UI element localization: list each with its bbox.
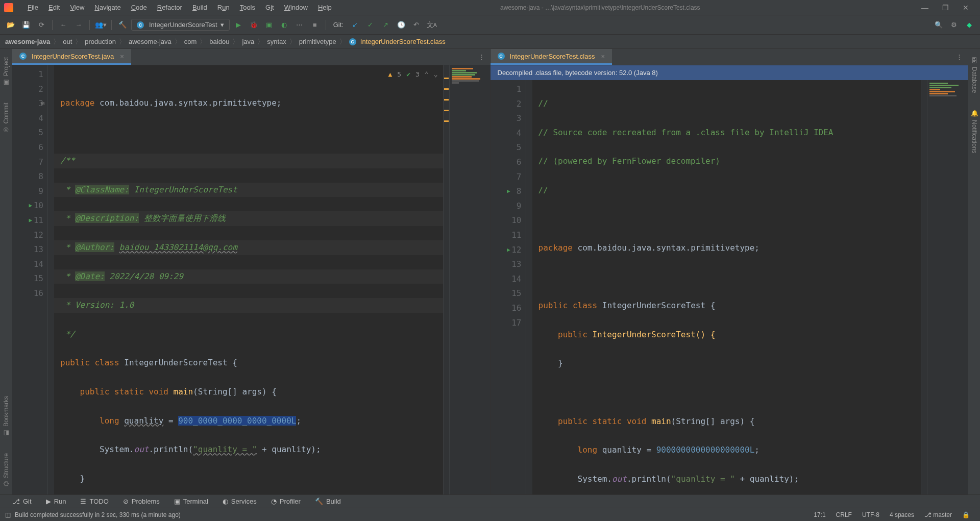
push-icon[interactable]: ↗ (379, 18, 393, 32)
error-stripe[interactable] (921, 80, 927, 494)
menu-file[interactable]: File (22, 4, 43, 11)
git-tool-button[interactable]: ⎇Git (5, 498, 39, 505)
breadcrumb-item[interactable]: baidou (209, 38, 229, 45)
breadcrumb-item[interactable]: java (242, 38, 254, 45)
file-encoding[interactable]: UTF-8 (857, 511, 885, 518)
menu-window[interactable]: Window (279, 4, 313, 11)
bottom-tool-stripe: ⎇Git ▶Run ☰TODO ⊘Problems ▣Terminal ◐Ser… (0, 494, 980, 508)
indent-setting[interactable]: 4 spaces (885, 511, 919, 518)
menu-code[interactable]: Code (126, 4, 152, 11)
breadcrumb-item[interactable]: out (63, 38, 72, 45)
chevron-up-icon[interactable]: ⌃ (425, 67, 429, 82)
breadcrumb-item-active[interactable]: IntegerUnderScoreTest.class (360, 38, 446, 45)
build-tool-button[interactable]: 🔨Build (308, 498, 348, 505)
project-tool-button[interactable]: ▣Project (2, 49, 11, 94)
tab-more-icon[interactable]: ⋮ (951, 53, 968, 61)
menu-tools[interactable]: Tools (235, 4, 260, 11)
run-gutter-icon[interactable]: ▶ (507, 184, 510, 199)
sync-icon[interactable]: ⟳ (35, 18, 48, 32)
minimap[interactable] (927, 80, 968, 494)
breadcrumb-item[interactable]: syntax (267, 38, 286, 45)
menu-build[interactable]: Build (187, 4, 212, 11)
error-stripe[interactable] (443, 65, 449, 494)
problems-tool-button[interactable]: ⊘Problems (116, 498, 167, 505)
tab-class-file[interactable]: C IntegerUnderScoreTest.class × (491, 49, 612, 65)
notifications-tool-button[interactable]: 🔔Notifications (970, 101, 979, 161)
menu-navigate[interactable]: Navigate (89, 4, 126, 11)
menu-view[interactable]: View (65, 4, 89, 11)
forward-icon[interactable]: → (72, 18, 85, 32)
tab-more-icon[interactable]: ⋮ (473, 53, 490, 61)
bookmarks-tool-button[interactable]: ◧Bookmarks (2, 388, 11, 445)
profile-icon[interactable]: ◐ (278, 18, 291, 32)
close-button[interactable]: ✕ (955, 4, 976, 12)
source-editor[interactable]: 123 ⊟456789 10 ▶ 11 ▶ 1213141516 ▲5 ✔3 ⌃… (12, 65, 490, 494)
line-gutter[interactable]: 1234567 8 ▶ 91011 12 ▶ 1314151617 (491, 80, 526, 494)
translate-icon[interactable]: 文A (425, 18, 438, 32)
line-separator[interactable]: CRLF (831, 511, 857, 518)
debug-icon[interactable]: 🐞 (247, 18, 260, 32)
menu-refactor[interactable]: Refactor (152, 4, 187, 11)
close-tab-icon[interactable]: × (120, 53, 124, 60)
todo-tool-button[interactable]: ☰TODO (73, 498, 115, 505)
line-gutter[interactable]: 123 ⊟456789 10 ▶ 11 ▶ 1213141516 (12, 65, 48, 494)
search-icon[interactable]: 🔍 (932, 18, 945, 32)
warning-icon: ⊘ (123, 498, 129, 505)
caret-position[interactable]: 17:1 (808, 511, 830, 518)
save-all-icon[interactable]: 💾 (19, 18, 33, 32)
commit-tool-button[interactable]: ◎Commit (2, 94, 11, 142)
run-tool-button[interactable]: ▶Run (39, 498, 74, 505)
profiler-icon: ◔ (271, 498, 277, 505)
structure-tool-button[interactable]: ⌬Structure (2, 445, 11, 494)
java-class-icon: C (19, 53, 27, 60)
close-tab-icon[interactable]: × (601, 53, 605, 60)
breadcrumb-item[interactable]: awesome-java (5, 38, 50, 45)
java-class-icon: C (498, 53, 505, 60)
coverage-icon[interactable]: ▣ (262, 18, 276, 32)
maximize-button[interactable]: ❐ (935, 4, 955, 12)
history-icon[interactable]: 🕓 (395, 18, 408, 32)
services-icon: ◐ (223, 498, 228, 505)
stop-icon[interactable]: ■ (308, 18, 322, 32)
tool-window-icon[interactable]: ◫ (5, 511, 11, 518)
back-icon[interactable]: ← (57, 18, 70, 32)
profiler-tool-button[interactable]: ◔Profiler (264, 498, 308, 505)
open-icon[interactable]: 📂 (4, 18, 17, 32)
tab-java-source[interactable]: C IntegerUnderScoreTest.java × (12, 49, 131, 65)
run-icon[interactable]: ▶ (232, 18, 245, 32)
breadcrumb-item[interactable]: production (85, 38, 116, 45)
jetbrains-toolbox-icon[interactable]: ◆ (963, 18, 976, 32)
menu-git[interactable]: Git (260, 4, 279, 11)
code-content[interactable]: // // Source code recreated from a .clas… (532, 80, 921, 494)
chevron-down-icon[interactable]: ⌄ (434, 67, 438, 82)
run-gutter-icon[interactable]: ▶ (507, 243, 510, 257)
menu-help[interactable]: Help (313, 4, 337, 11)
breadcrumb-item[interactable]: awesome-java (129, 38, 172, 45)
run-configuration[interactable]: C IntegerUnderScoreTest ▾ (131, 19, 230, 31)
rollback-icon[interactable]: ↶ (410, 18, 423, 32)
breadcrumb-item[interactable]: com (184, 38, 197, 45)
code-content[interactable]: ▲5 ✔3 ⌃ ⌄ package com.baidou.java.syntax… (54, 65, 443, 494)
decompiled-banner: Decompiled .class file, bytecode version… (491, 65, 968, 80)
settings-icon[interactable]: ⚙ (947, 18, 961, 32)
menu-edit[interactable]: Edit (43, 4, 65, 11)
attach-icon[interactable]: ⋯ (293, 18, 306, 32)
run-gutter-icon[interactable]: ▶ (29, 213, 32, 228)
hammer-icon[interactable]: 🔨 (116, 18, 129, 32)
services-tool-button[interactable]: ◐Services (215, 498, 264, 505)
users-icon[interactable]: 👥▾ (94, 18, 107, 32)
lock-icon[interactable]: 🔒 (957, 511, 975, 518)
minimize-button[interactable]: — (915, 4, 935, 12)
run-gutter-icon[interactable]: ▶ (29, 199, 32, 213)
inspection-widget[interactable]: ▲5 ✔3 ⌃ ⌄ (388, 67, 438, 82)
database-tool-button[interactable]: 🗄Database (970, 49, 979, 101)
decompiled-editor[interactable]: 1234567 8 ▶ 91011 12 ▶ 1314151617 // // … (491, 80, 968, 494)
menu-run[interactable]: Run (212, 4, 235, 11)
breadcrumb-item[interactable]: primitivetype (299, 38, 336, 45)
git-branch[interactable]: ⎇ master (919, 511, 957, 518)
java-class-icon: C (349, 38, 356, 45)
commit-icon[interactable]: ✓ (364, 18, 377, 32)
update-project-icon[interactable]: ↙ (349, 18, 362, 32)
minimap[interactable] (449, 65, 490, 494)
terminal-tool-button[interactable]: ▣Terminal (167, 498, 215, 505)
